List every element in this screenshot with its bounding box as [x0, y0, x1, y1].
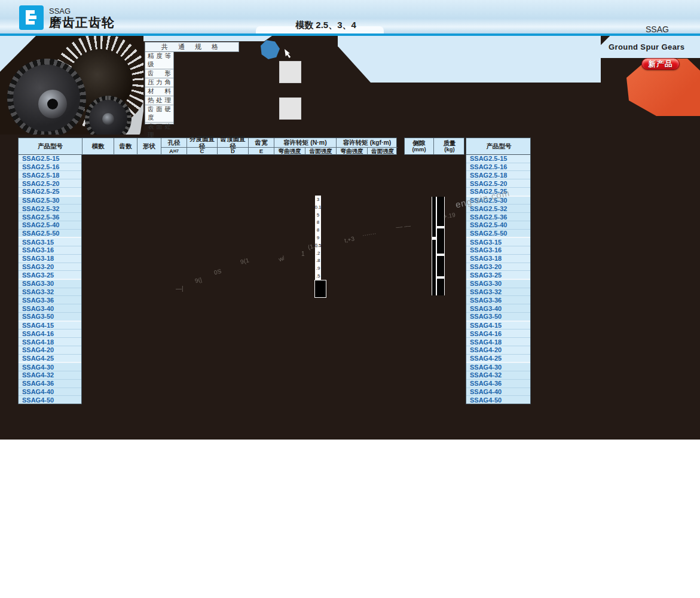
product-code-link[interactable]: SSAG4-16 — [466, 329, 530, 338]
residual-black-block — [314, 280, 326, 298]
product-code-link[interactable]: SSAG2.5-36 — [466, 213, 530, 221]
spec-label-row: 齿面硬度 — [145, 105, 173, 122]
residual-bars — [432, 197, 445, 295]
page-title: 磨齿正齿轮 — [49, 14, 115, 31]
product-code-link[interactable]: SSAG2.5-40 — [466, 221, 530, 230]
product-code-link[interactable]: SSAG4-18 — [19, 338, 81, 346]
col-surface-nm: 齿面强度 — [305, 147, 336, 155]
product-code-link[interactable]: SSAG3-15 — [466, 238, 530, 246]
col-product-right: 产品型号 — [466, 138, 531, 154]
product-code-link[interactable]: SSAG3-16 — [466, 246, 530, 255]
product-code-link[interactable]: SSAG4-25 — [466, 355, 530, 364]
col-teeth: 齿数 — [114, 138, 137, 155]
new-product-badge: 新产品 — [641, 58, 680, 70]
product-code-link[interactable]: SSAG3-36 — [466, 296, 530, 304]
product-code-link[interactable]: SSAG3-50 — [466, 313, 530, 322]
product-code-column-left: SSAG2.5-15SSAG2.5-16SSAG2.5-18SSAG2.5-20… — [18, 155, 82, 404]
product-code-link[interactable]: SSAG3-25 — [19, 271, 81, 280]
product-code-link[interactable]: SSAG3-25 — [466, 271, 530, 280]
product-code-link[interactable]: SSAG2.5-30 — [19, 197, 81, 205]
col-pitch-symbol: C — [187, 147, 217, 155]
col-bore: 孔径 — [161, 138, 187, 147]
col-module: 模数 — [82, 138, 114, 155]
brand-logo — [19, 5, 44, 30]
spec-label-row: 热处理 — [145, 96, 173, 105]
product-code-link[interactable]: SSAG4-25 — [19, 355, 81, 364]
product-code-link[interactable]: SSAG3-40 — [19, 304, 81, 313]
product-code-link[interactable]: SSAG4-32 — [19, 371, 81, 380]
sky-strip — [143, 36, 272, 41]
product-code-link[interactable]: SSAG3-16 — [19, 246, 81, 255]
col-bore-symbol: AH7 — [161, 147, 187, 155]
col-tip-symbol: D — [217, 147, 248, 155]
product-code-link[interactable]: SSAG3-36 — [19, 296, 81, 304]
sky-area — [338, 36, 601, 83]
product-code-link[interactable]: SSAG2.5-50 — [19, 230, 81, 239]
product-code-link[interactable]: SSAG4-50 — [466, 396, 530, 404]
table-header-backlash-mass: 侧隙 (mm) 质量 (kg) — [404, 138, 464, 155]
product-code-link[interactable]: SSAG2.5-16 — [466, 163, 530, 172]
spec-label-row: 精度等级 — [145, 52, 173, 69]
product-code-link[interactable]: SSAG4-30 — [19, 363, 81, 371]
product-code-link[interactable]: SSAG3-18 — [19, 255, 81, 263]
catalog-page: SSAG 磨齿正齿轮 模数 2.5、3、4 SSAG 共 通 规 — [0, 0, 700, 598]
product-code-link[interactable]: SSAG3-40 — [466, 304, 530, 313]
product-code-link[interactable]: SSAG2.5-32 — [466, 205, 530, 213]
product-code-link[interactable]: SSAG2.5-15 — [19, 155, 81, 163]
product-code-link[interactable]: SSAG4-18 — [466, 338, 530, 346]
product-code-link[interactable]: SSAG3-18 — [466, 255, 530, 263]
product-code-link[interactable]: SSAG4-36 — [19, 380, 81, 388]
product-code-link[interactable]: SSAG4-32 — [466, 371, 530, 380]
product-code-link[interactable]: SSAG3-50 — [19, 313, 81, 322]
gear-product-photo — [0, 36, 143, 135]
product-code-link[interactable]: SSAG2.5-20 — [19, 179, 81, 188]
residual-mark: 1 — [301, 251, 305, 257]
col-torque-kgf: 容许转矩 (kgf·m) — [336, 138, 398, 147]
photo-placeholder-square — [279, 61, 301, 83]
product-code-link[interactable]: SSAG3-32 — [19, 288, 81, 297]
product-code-link[interactable]: SSAG3-20 — [19, 263, 81, 271]
col-pitch-dia: 分度圆直径 — [187, 138, 217, 147]
product-code-link[interactable]: SSAG2.5-15 — [466, 155, 530, 163]
product-code-link[interactable]: SSAG2.5-16 — [19, 163, 81, 172]
product-code-link[interactable]: SSAG4-20 — [466, 346, 530, 355]
product-code-link[interactable]: SSAG3-32 — [466, 288, 530, 297]
product-code-link[interactable]: SSAG3-20 — [466, 263, 530, 271]
gear-image-large — [7, 59, 86, 135]
table-header-right: 产品型号 — [466, 138, 531, 155]
table-header-left: 产品型号 模数 齿数 形状 孔径 分度圆直径 齿顶圆直径 齿宽 容许转矩 (N·… — [18, 138, 397, 155]
product-code-link[interactable]: SSAG2.5-25 — [19, 188, 81, 197]
series-code-right: SSAG — [646, 25, 669, 34]
spec-label-row: 齿形 — [145, 69, 173, 78]
product-code-link[interactable]: SSAG4-15 — [19, 322, 81, 330]
product-code-link[interactable]: SSAG4-50 — [19, 396, 81, 404]
product-code-link[interactable]: SSAG4-20 — [19, 346, 81, 355]
product-code-link[interactable]: SSAG2.5-18 — [19, 171, 81, 179]
residual-digit-strip: 30.158890.5.2.8.9.5 — [315, 196, 321, 280]
col-tip-dia: 齿顶圆直径 — [217, 138, 248, 147]
residual-mark: —| — [176, 285, 184, 292]
product-code-link[interactable]: SSAG4-40 — [466, 388, 530, 396]
product-code-link[interactable]: SSAG4-16 — [19, 329, 81, 338]
product-code-link[interactable]: SSAG2.5-18 — [466, 171, 530, 179]
col-face-width: 齿宽 — [248, 138, 274, 147]
product-code-link[interactable]: SSAG4-36 — [466, 380, 530, 388]
common-spec-labels: 精度等级齿形压力角材料热处理齿面硬度表面处理 — [145, 52, 174, 124]
product-code-link[interactable]: SSAG4-40 — [19, 388, 81, 396]
product-code-link[interactable]: SSAG3-15 — [19, 238, 81, 246]
product-code-link[interactable]: SSAG2.5-36 — [19, 213, 81, 221]
product-code-link[interactable]: SSAG2.5-50 — [466, 230, 530, 239]
photo-placeholder-square — [279, 97, 301, 120]
col-mass: 质量 (kg) — [433, 138, 465, 154]
common-spec-title: 共 通 规 格 — [145, 42, 239, 52]
product-code-link[interactable]: SSAG2.5-40 — [19, 221, 81, 230]
product-code-link[interactable]: SSAG3-30 — [19, 280, 81, 288]
product-code-link[interactable]: SSAG2.5-32 — [19, 205, 81, 213]
col-bending-nm: 弯曲强度 — [274, 147, 305, 155]
product-code-link[interactable]: SSAG4-15 — [466, 322, 530, 330]
product-code-link[interactable]: SSAG4-30 — [466, 363, 530, 371]
col-shape: 形状 — [137, 138, 161, 155]
product-code-link[interactable]: SSAG2.5-20 — [466, 179, 530, 188]
product-code-link[interactable]: SSAG3-30 — [466, 280, 530, 288]
col-bending-kgf: 弯曲强度 — [336, 147, 367, 155]
